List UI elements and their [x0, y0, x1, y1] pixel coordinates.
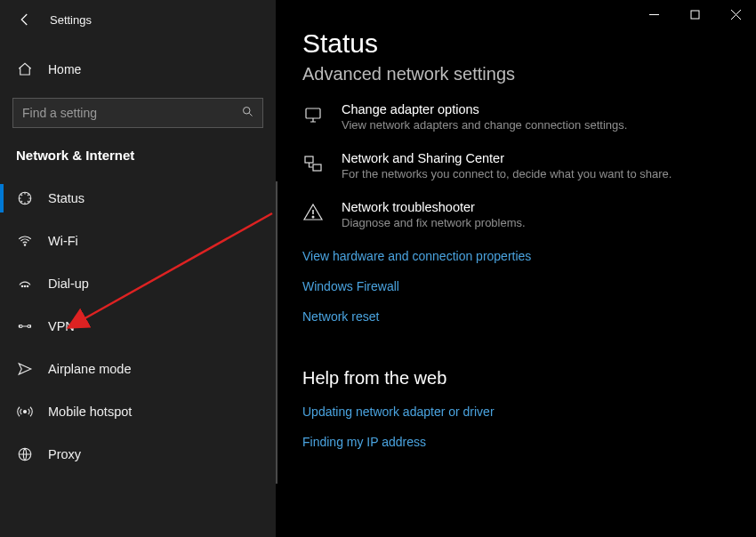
nav-label: Airplane mode [48, 362, 132, 376]
option-desc: Diagnose and fix network problems. [342, 216, 526, 229]
vpn-icon [16, 317, 34, 335]
nav-label: Proxy [48, 447, 81, 461]
option-title: Network troubleshooter [342, 200, 526, 214]
svg-point-4 [24, 285, 26, 287]
adapter-icon [302, 104, 326, 127]
main-panel: Status Advanced network settings Change … [276, 0, 756, 537]
nav-item-dialup[interactable]: Dial-up [0, 262, 276, 305]
link-network-reset[interactable]: Network reset [302, 309, 731, 324]
svg-point-2 [24, 244, 26, 246]
nav-label: Wi-Fi [48, 234, 78, 248]
proxy-icon [16, 445, 34, 463]
nav-label: VPN [48, 319, 75, 333]
nav-item-airplane[interactable]: Airplane mode [0, 348, 276, 390]
svg-point-5 [27, 285, 28, 287]
search-wrap [12, 98, 263, 128]
nav-label: Status [48, 191, 84, 205]
warning-icon [302, 202, 326, 225]
section-subheading: Advanced network settings [302, 64, 731, 84]
option-title: Change adapter options [342, 102, 627, 116]
category-heading: Network & Internet [16, 148, 276, 163]
svg-point-14 [312, 216, 314, 218]
content: Status Advanced network settings Change … [276, 0, 756, 537]
airplane-icon [16, 360, 34, 378]
svg-rect-13 [313, 164, 321, 171]
svg-point-3 [21, 285, 23, 287]
nav-label: Mobile hotspot [48, 405, 132, 419]
help-heading: Help from the web [302, 368, 731, 389]
search-input[interactable] [12, 98, 263, 128]
hotspot-icon [16, 403, 34, 421]
option-desc: View network adapters and change connect… [342, 118, 627, 132]
link-hardware-props[interactable]: View hardware and connection properties [302, 249, 731, 263]
nav-item-proxy[interactable]: Proxy [0, 433, 276, 476]
sidebar-top: Settings [0, 0, 276, 39]
option-troubleshoot[interactable]: Network troubleshooter Diagnose and fix … [302, 200, 731, 229]
wifi-icon [16, 232, 34, 250]
status-icon [16, 189, 34, 207]
svg-point-7 [28, 325, 30, 328]
nav-item-status[interactable]: Status [0, 177, 276, 220]
back-button[interactable] [12, 7, 37, 32]
option-sharing[interactable]: Network and Sharing Center For the netwo… [302, 151, 731, 180]
nav-list: Status Wi-Fi Dial-up VPN Airplane mode M… [0, 177, 276, 476]
home-label: Home [48, 62, 81, 76]
help-link-ip[interactable]: Finding my IP address [302, 435, 731, 449]
search-icon [241, 105, 254, 121]
nav-label: Dial-up [48, 277, 89, 291]
dialup-icon [16, 275, 34, 293]
svg-point-6 [20, 325, 22, 328]
option-title: Network and Sharing Center [342, 151, 672, 165]
nav-item-hotspot[interactable]: Mobile hotspot [0, 390, 276, 433]
sidebar: Settings Home Network & Internet Status … [0, 0, 276, 537]
nav-item-vpn[interactable]: VPN [0, 305, 276, 348]
home-icon [16, 60, 34, 78]
page-title: Status [302, 28, 731, 59]
svg-point-8 [24, 411, 27, 413]
svg-point-0 [244, 108, 251, 115]
nav-item-wifi[interactable]: Wi-Fi [0, 220, 276, 262]
help-link-driver[interactable]: Updating network adapter or driver [302, 405, 731, 419]
window-title: Settings [50, 13, 92, 27]
link-firewall[interactable]: Windows Firewall [302, 279, 731, 293]
svg-rect-12 [305, 156, 313, 163]
svg-rect-11 [306, 108, 320, 118]
home-nav[interactable]: Home [0, 52, 276, 87]
option-desc: For the networks you connect to, decide … [342, 167, 672, 180]
option-adapter[interactable]: Change adapter options View network adap… [302, 102, 731, 132]
sharing-icon [302, 153, 326, 176]
